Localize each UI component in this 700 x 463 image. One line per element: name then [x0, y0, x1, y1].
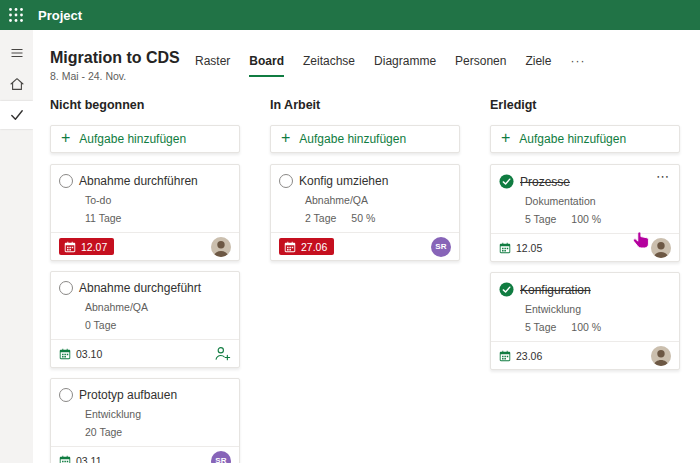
app-launcher-button[interactable]	[0, 0, 32, 30]
check-circle-icon	[499, 282, 514, 297]
task-checkbox[interactable]	[279, 174, 293, 188]
due-date-badge: 03.11	[59, 455, 102, 463]
calendar-icon	[499, 350, 511, 362]
left-sidebar	[0, 30, 33, 463]
task-card-footer: 03.10	[51, 339, 239, 367]
task-card-footer: 12.05	[491, 233, 679, 261]
waffle-icon	[8, 7, 24, 23]
hamburger-icon	[10, 46, 24, 60]
kanban-board: Nicht begonnen + Aufgabe hinzufügen Abna…	[50, 98, 700, 463]
calendar-icon	[284, 241, 296, 253]
board-column-in-arbeit: In Arbeit + Aufgabe hinzufügen Konfig um…	[270, 98, 460, 463]
assign-person-button[interactable]	[214, 346, 231, 361]
add-task-label: Aufgabe hinzufügen	[519, 132, 626, 146]
more-tabs-button[interactable]: ···	[570, 54, 585, 77]
task-card-body: Abnahme durchgeführt Abnahme/QA 0 Tage	[51, 272, 239, 339]
tab-ziele[interactable]: Ziele	[525, 54, 551, 77]
task-checkbox-done[interactable]	[499, 174, 514, 189]
app-window: Project Migration to CDS 8. Mai - 24. No…	[0, 0, 700, 463]
task-title: Konfig umziehen	[299, 174, 388, 188]
due-date: 03.10	[76, 348, 102, 360]
calendar-icon	[64, 241, 76, 253]
board-column-nicht-begonnen: Nicht begonnen + Aufgabe hinzufügen Abna…	[50, 98, 240, 463]
app-title: Project	[38, 8, 82, 23]
due-date: 23.06	[516, 350, 542, 362]
task-card-footer: 12.07	[51, 232, 239, 260]
task-card[interactable]: Abnahme durchführen To-do 11 Tage 12.07	[50, 164, 240, 261]
tab-raster[interactable]: Raster	[195, 54, 230, 77]
plus-icon: +	[281, 130, 290, 146]
assignee-avatar[interactable]	[651, 346, 671, 366]
project-date-range: 8. Mai - 24. Nov.	[50, 70, 195, 82]
task-title: Abnahme durchgeführt	[79, 281, 201, 295]
task-card[interactable]: Prototyp aufbauen Entwicklung 20 Tage 03…	[50, 378, 240, 463]
sidebar-tasks-button[interactable]	[0, 101, 33, 129]
add-task-label: Aufgabe hinzufügen	[79, 132, 186, 146]
task-duration: 2 Tage	[305, 212, 336, 224]
check-circle-icon	[499, 174, 514, 189]
assignee-avatar[interactable]	[651, 238, 671, 258]
tab-diagramme[interactable]: Diagramme	[374, 54, 436, 77]
task-duration: 5 Tage	[525, 213, 556, 225]
add-task-button[interactable]: + Aufgabe hinzufügen	[490, 125, 680, 153]
task-bucket: Abnahme/QA	[305, 194, 449, 206]
due-date-badge: 12.07	[59, 238, 114, 255]
due-date: 12.05	[516, 242, 542, 254]
plus-icon: +	[61, 130, 70, 146]
assignee-avatar[interactable]	[211, 237, 231, 257]
sidebar-menu-button[interactable]	[0, 39, 33, 67]
assignee-avatar[interactable]: SR	[431, 237, 451, 257]
page-header: Migration to CDS 8. Mai - 24. Nov. Raste…	[50, 48, 700, 82]
task-title: Prototyp aufbauen	[79, 388, 177, 402]
task-checkbox-done[interactable]	[499, 282, 514, 297]
add-task-button[interactable]: + Aufgabe hinzufügen	[270, 125, 460, 153]
calendar-icon	[59, 455, 71, 463]
due-date: 03.11	[76, 455, 102, 463]
view-tabs: Raster Board Zeitachse Diagramme Persone…	[195, 54, 585, 77]
tab-zeitachse[interactable]: Zeitachse	[303, 54, 355, 77]
task-bucket: Dokumentation	[525, 195, 669, 207]
task-checkbox[interactable]	[59, 174, 73, 188]
calendar-icon	[59, 348, 71, 360]
calendar-icon	[499, 242, 511, 254]
task-card-body: Konfiguration Entwicklung 5 Tage 100 %	[491, 273, 679, 341]
add-task-button[interactable]: + Aufgabe hinzufügen	[50, 125, 240, 153]
board-column-erledigt: Erledigt + Aufgabe hinzufügen ⋯ Prozesse	[490, 98, 680, 463]
task-duration: 11 Tage	[85, 212, 121, 224]
task-progress: 100 %	[571, 321, 601, 333]
plus-icon: +	[501, 130, 510, 146]
task-bucket: Entwicklung	[525, 303, 669, 315]
title-block: Migration to CDS 8. Mai - 24. Nov.	[50, 48, 195, 82]
tab-personen[interactable]: Personen	[455, 54, 506, 77]
due-date: 27.06	[301, 241, 327, 253]
task-card-footer: 23.06	[491, 341, 679, 369]
task-checkbox[interactable]	[59, 281, 73, 295]
card-more-button[interactable]: ⋯	[654, 167, 672, 186]
column-title: Nicht begonnen	[50, 98, 240, 112]
due-date-badge: 23.06	[499, 350, 542, 362]
project-title: Migration to CDS	[50, 48, 195, 67]
assignee-avatar[interactable]: SR	[211, 451, 231, 463]
task-duration: 20 Tage	[85, 426, 122, 438]
task-card[interactable]: Konfiguration Entwicklung 5 Tage 100 % 2…	[490, 272, 680, 370]
task-card-body: Prozesse Dokumentation 5 Tage 100 %	[491, 165, 679, 233]
task-bucket: Abnahme/QA	[85, 301, 229, 313]
person-photo-icon	[211, 237, 231, 257]
sidebar-home-button[interactable]	[0, 70, 33, 98]
task-card-body: Prototyp aufbauen Entwicklung 20 Tage	[51, 379, 239, 446]
task-card[interactable]: Konfig umziehen Abnahme/QA 2 Tage 50 % 2…	[270, 164, 460, 261]
home-icon	[9, 76, 25, 92]
task-duration: 0 Tage	[85, 319, 116, 331]
due-date-badge: 03.10	[59, 348, 102, 360]
task-bucket: To-do	[85, 194, 229, 206]
task-duration: 5 Tage	[525, 321, 556, 333]
task-card[interactable]: Abnahme durchgeführt Abnahme/QA 0 Tage 0…	[50, 271, 240, 368]
due-date-badge: 12.05	[499, 242, 542, 254]
column-title: In Arbeit	[270, 98, 460, 112]
task-card-body: Abnahme durchführen To-do 11 Tage	[51, 165, 239, 232]
tab-board[interactable]: Board	[249, 54, 284, 77]
person-add-icon	[214, 346, 231, 361]
task-card[interactable]: ⋯ Prozesse Dokumentation 5 Tage 100 %	[490, 164, 680, 262]
task-checkbox[interactable]	[59, 388, 73, 402]
column-title: Erledigt	[490, 98, 680, 112]
